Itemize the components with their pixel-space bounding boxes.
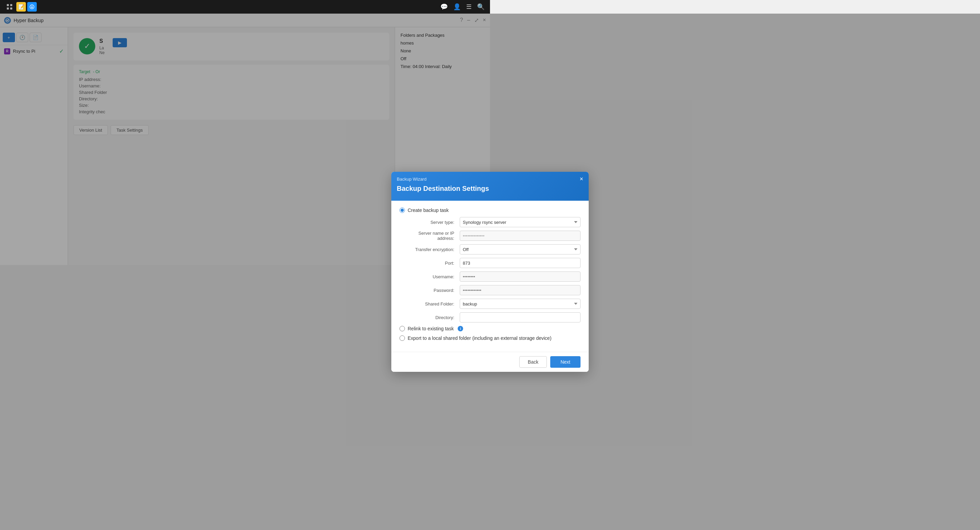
server-name-row: Server name or IP address: •••••••••••••…	[408, 231, 490, 241]
port-input[interactable]	[460, 258, 490, 265]
sticky-note-icon[interactable]: 📝	[16, 2, 26, 11]
svg-rect-1	[10, 4, 12, 6]
create-backup-option[interactable]: Create backup task	[399, 208, 490, 213]
download-icon[interactable]	[27, 2, 37, 11]
taskbar-left: 📝	[4, 2, 37, 12]
server-type-row: Server type: Synology rsync server rsync…	[408, 217, 490, 227]
dialog-header: Backup Wizard × Backup Destination Setti…	[391, 172, 490, 201]
server-name-label: Server name or IP address:	[408, 231, 457, 241]
svg-rect-0	[7, 4, 9, 6]
server-type-label: Server type:	[408, 220, 457, 225]
server-type-select[interactable]: Synology rsync server rsync-compatible s…	[460, 217, 490, 227]
svg-rect-3	[10, 8, 12, 10]
create-radio[interactable]	[399, 208, 405, 213]
system-tray: 💬 👤 ☰ 🔍	[439, 2, 486, 12]
encryption-select[interactable]: Off On	[460, 244, 490, 254]
chat-icon[interactable]: 💬	[439, 2, 449, 12]
svg-rect-2	[7, 8, 9, 10]
menu-icon[interactable]: ☰	[465, 2, 473, 12]
system-bar: 📝 💬 👤 ☰ 🔍	[0, 0, 490, 14]
modal-overlay: Backup Wizard × Backup Destination Setti…	[0, 14, 490, 265]
server-name-select[interactable]: ••••••••••••••	[460, 231, 490, 241]
form-fields: Server type: Synology rsync server rsync…	[408, 217, 490, 265]
port-row: Port:	[408, 258, 490, 265]
apps-grid-icon[interactable]	[4, 2, 15, 12]
port-label: Port:	[408, 260, 457, 265]
search-icon[interactable]: 🔍	[476, 2, 486, 12]
dialog-header-top: Backup Wizard ×	[397, 176, 490, 182]
user-icon[interactable]: 👤	[452, 2, 462, 12]
encryption-label: Transfer encryption:	[408, 247, 457, 252]
create-label[interactable]: Create backup task	[408, 208, 449, 213]
encryption-row: Transfer encryption: Off On	[408, 244, 490, 254]
wizard-title: Backup Wizard	[397, 176, 426, 182]
dialog-body: Create backup task Server type: Synology…	[391, 201, 490, 265]
backup-wizard-dialog: Backup Wizard × Backup Destination Setti…	[391, 172, 490, 265]
dialog-main-title: Backup Destination Settings	[397, 185, 490, 192]
